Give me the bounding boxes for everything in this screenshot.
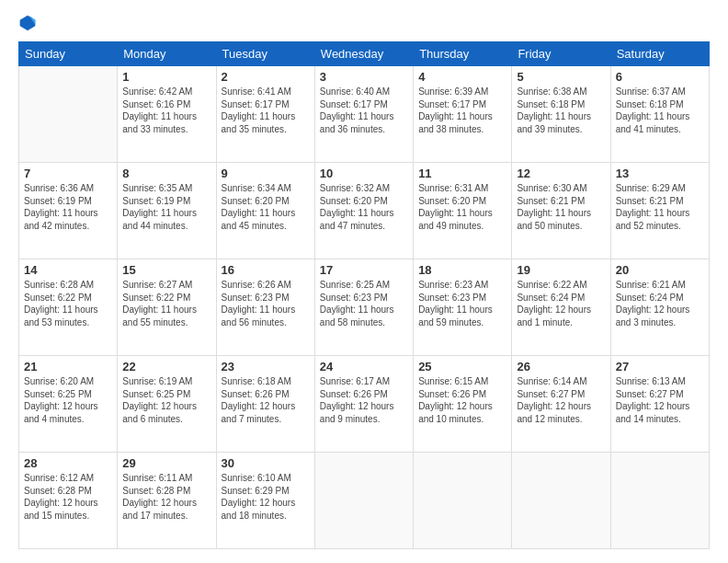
day-info: Sunrise: 6:18 AM Sunset: 6:26 PM Dayligh… xyxy=(222,375,310,425)
day-number: 29 xyxy=(122,456,210,470)
day-number: 20 xyxy=(616,263,704,277)
week-row-3: 14Sunrise: 6:28 AM Sunset: 6:22 PM Dayli… xyxy=(19,259,710,356)
day-info: Sunrise: 6:15 AM Sunset: 6:26 PM Dayligh… xyxy=(418,375,506,425)
day-info: Sunrise: 6:27 AM Sunset: 6:22 PM Dayligh… xyxy=(122,279,210,328)
day-number: 18 xyxy=(418,263,506,277)
calendar-cell: 2Sunrise: 6:41 AM Sunset: 6:17 PM Daylig… xyxy=(216,66,314,163)
day-number: 5 xyxy=(517,70,605,84)
day-number: 2 xyxy=(222,70,310,84)
weekday-header-saturday: Saturday xyxy=(610,42,709,66)
calendar-cell: 6Sunrise: 6:37 AM Sunset: 6:18 PM Daylig… xyxy=(610,66,709,163)
calendar-cell: 17Sunrise: 6:25 AM Sunset: 6:23 PM Dayli… xyxy=(314,259,413,356)
weekday-header-wednesday: Wednesday xyxy=(314,42,413,66)
calendar-cell: 24Sunrise: 6:17 AM Sunset: 6:26 PM Dayli… xyxy=(314,356,413,453)
day-number: 11 xyxy=(418,167,506,180)
day-number: 9 xyxy=(222,167,310,180)
day-info: Sunrise: 6:14 AM Sunset: 6:27 PM Dayligh… xyxy=(517,375,605,425)
day-info: Sunrise: 6:32 AM Sunset: 6:20 PM Dayligh… xyxy=(320,182,408,232)
svg-marker-0 xyxy=(20,16,36,31)
day-number: 19 xyxy=(517,263,605,277)
calendar-cell: 29Sunrise: 6:11 AM Sunset: 6:28 PM Dayli… xyxy=(118,453,216,549)
day-number: 13 xyxy=(616,167,704,180)
day-info: Sunrise: 6:21 AM Sunset: 6:24 PM Dayligh… xyxy=(616,279,704,328)
calendar-cell: 21Sunrise: 6:20 AM Sunset: 6:25 PM Dayli… xyxy=(19,356,118,453)
day-info: Sunrise: 6:28 AM Sunset: 6:22 PM Dayligh… xyxy=(24,279,112,328)
calendar-cell: 27Sunrise: 6:13 AM Sunset: 6:27 PM Dayli… xyxy=(610,356,709,453)
day-number: 8 xyxy=(122,167,210,180)
day-number: 16 xyxy=(222,263,310,277)
day-info: Sunrise: 6:38 AM Sunset: 6:18 PM Dayligh… xyxy=(517,86,605,135)
calendar-cell: 22Sunrise: 6:19 AM Sunset: 6:25 PM Dayli… xyxy=(118,356,216,453)
day-info: Sunrise: 6:12 AM Sunset: 6:28 PM Dayligh… xyxy=(24,472,112,522)
day-info: Sunrise: 6:20 AM Sunset: 6:25 PM Dayligh… xyxy=(24,375,112,425)
calendar-cell xyxy=(19,66,118,163)
calendar-cell xyxy=(610,453,709,549)
day-info: Sunrise: 6:25 AM Sunset: 6:23 PM Dayligh… xyxy=(320,279,408,328)
calendar-cell: 1Sunrise: 6:42 AM Sunset: 6:16 PM Daylig… xyxy=(118,66,216,163)
week-row-5: 28Sunrise: 6:12 AM Sunset: 6:28 PM Dayli… xyxy=(19,453,710,549)
day-number: 27 xyxy=(616,360,704,373)
day-info: Sunrise: 6:40 AM Sunset: 6:17 PM Dayligh… xyxy=(320,86,408,135)
calendar-cell xyxy=(512,453,610,549)
day-number: 24 xyxy=(320,360,408,373)
calendar-cell: 4Sunrise: 6:39 AM Sunset: 6:17 PM Daylig… xyxy=(414,66,512,163)
day-info: Sunrise: 6:35 AM Sunset: 6:19 PM Dayligh… xyxy=(122,182,210,232)
day-number: 10 xyxy=(320,167,408,180)
logo-icon xyxy=(18,14,37,32)
day-number: 4 xyxy=(418,70,506,84)
day-number: 14 xyxy=(24,263,112,277)
calendar-cell: 20Sunrise: 6:21 AM Sunset: 6:24 PM Dayli… xyxy=(610,259,709,356)
weekday-header-tuesday: Tuesday xyxy=(216,42,314,66)
day-info: Sunrise: 6:10 AM Sunset: 6:29 PM Dayligh… xyxy=(222,472,310,522)
day-number: 3 xyxy=(320,70,408,84)
day-number: 7 xyxy=(24,167,112,180)
day-info: Sunrise: 6:34 AM Sunset: 6:20 PM Dayligh… xyxy=(222,182,310,232)
day-number: 1 xyxy=(122,70,210,84)
calendar-cell: 8Sunrise: 6:35 AM Sunset: 6:19 PM Daylig… xyxy=(118,163,216,259)
calendar-cell: 14Sunrise: 6:28 AM Sunset: 6:22 PM Dayli… xyxy=(19,259,118,356)
day-info: Sunrise: 6:19 AM Sunset: 6:25 PM Dayligh… xyxy=(122,375,210,425)
calendar-cell: 3Sunrise: 6:40 AM Sunset: 6:17 PM Daylig… xyxy=(314,66,413,163)
day-info: Sunrise: 6:22 AM Sunset: 6:24 PM Dayligh… xyxy=(517,279,605,328)
weekday-header-friday: Friday xyxy=(512,42,610,66)
weekday-header-monday: Monday xyxy=(118,42,216,66)
calendar-cell: 7Sunrise: 6:36 AM Sunset: 6:19 PM Daylig… xyxy=(19,163,118,259)
calendar-cell: 5Sunrise: 6:38 AM Sunset: 6:18 PM Daylig… xyxy=(512,66,610,163)
day-info: Sunrise: 6:13 AM Sunset: 6:27 PM Dayligh… xyxy=(616,375,704,425)
calendar-cell: 25Sunrise: 6:15 AM Sunset: 6:26 PM Dayli… xyxy=(414,356,512,453)
day-info: Sunrise: 6:26 AM Sunset: 6:23 PM Dayligh… xyxy=(222,279,310,328)
day-info: Sunrise: 6:31 AM Sunset: 6:20 PM Dayligh… xyxy=(418,182,506,232)
day-info: Sunrise: 6:41 AM Sunset: 6:17 PM Dayligh… xyxy=(222,86,310,135)
day-info: Sunrise: 6:37 AM Sunset: 6:18 PM Dayligh… xyxy=(616,86,704,135)
day-info: Sunrise: 6:39 AM Sunset: 6:17 PM Dayligh… xyxy=(418,86,506,135)
calendar-cell: 18Sunrise: 6:23 AM Sunset: 6:23 PM Dayli… xyxy=(414,259,512,356)
header xyxy=(18,14,710,32)
day-info: Sunrise: 6:17 AM Sunset: 6:26 PM Dayligh… xyxy=(320,375,408,425)
logo xyxy=(18,14,40,32)
calendar-cell xyxy=(414,453,512,549)
day-number: 30 xyxy=(222,456,310,470)
day-number: 17 xyxy=(320,263,408,277)
day-number: 23 xyxy=(222,360,310,373)
calendar-cell: 23Sunrise: 6:18 AM Sunset: 6:26 PM Dayli… xyxy=(216,356,314,453)
weekday-header-thursday: Thursday xyxy=(414,42,512,66)
week-row-1: 1Sunrise: 6:42 AM Sunset: 6:16 PM Daylig… xyxy=(19,66,710,163)
week-row-2: 7Sunrise: 6:36 AM Sunset: 6:19 PM Daylig… xyxy=(19,163,710,259)
calendar-cell: 12Sunrise: 6:30 AM Sunset: 6:21 PM Dayli… xyxy=(512,163,610,259)
day-number: 22 xyxy=(122,360,210,373)
day-number: 21 xyxy=(24,360,112,373)
calendar-table: SundayMondayTuesdayWednesdayThursdayFrid… xyxy=(18,41,710,549)
calendar-cell: 13Sunrise: 6:29 AM Sunset: 6:21 PM Dayli… xyxy=(610,163,709,259)
calendar-cell: 28Sunrise: 6:12 AM Sunset: 6:28 PM Dayli… xyxy=(19,453,118,549)
calendar-cell: 11Sunrise: 6:31 AM Sunset: 6:20 PM Dayli… xyxy=(414,163,512,259)
calendar-cell: 26Sunrise: 6:14 AM Sunset: 6:27 PM Dayli… xyxy=(512,356,610,453)
weekday-header-sunday: Sunday xyxy=(19,42,118,66)
week-row-4: 21Sunrise: 6:20 AM Sunset: 6:25 PM Dayli… xyxy=(19,356,710,453)
calendar-cell: 16Sunrise: 6:26 AM Sunset: 6:23 PM Dayli… xyxy=(216,259,314,356)
day-info: Sunrise: 6:30 AM Sunset: 6:21 PM Dayligh… xyxy=(517,182,605,232)
day-info: Sunrise: 6:23 AM Sunset: 6:23 PM Dayligh… xyxy=(418,279,506,328)
day-number: 25 xyxy=(418,360,506,373)
day-number: 15 xyxy=(122,263,210,277)
day-number: 12 xyxy=(517,167,605,180)
day-info: Sunrise: 6:36 AM Sunset: 6:19 PM Dayligh… xyxy=(24,182,112,232)
